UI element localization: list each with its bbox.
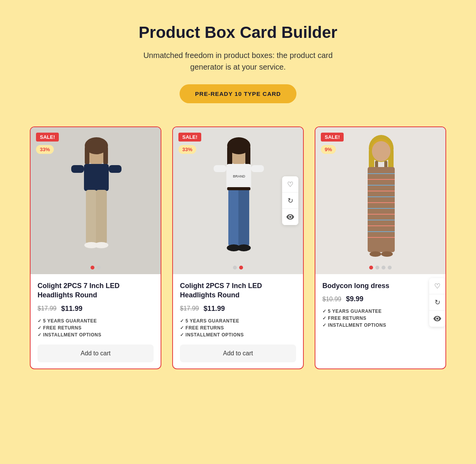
card-3-dots: [369, 266, 392, 270]
svg-rect-22: [238, 188, 249, 246]
svg-rect-19: [214, 165, 226, 172]
dot-inactive-2a[interactable]: [233, 266, 237, 270]
svg-rect-20: [251, 165, 264, 172]
svg-rect-16: [245, 146, 250, 167]
svg-rect-23: [227, 187, 250, 190]
wishlist-btn-2[interactable]: ♡: [282, 176, 298, 193]
page-title: Product Box Card Builder: [8, 23, 468, 42]
svg-rect-7: [109, 165, 122, 173]
product-card-2: SALE! 33% BRAND: [172, 126, 304, 369]
dot-active-2[interactable]: [239, 266, 243, 270]
svg-rect-33: [384, 161, 387, 168]
price-row-3: $10.99 $9.99: [322, 295, 438, 303]
dot-inactive[interactable]: [97, 266, 101, 270]
feature-3-3: INSTALLMENT OPTIONS: [322, 322, 438, 328]
cards-container: SALE! 33%: [0, 119, 476, 392]
dot-inactive-3b[interactable]: [382, 266, 385, 270]
feature-1-2: FREE RETURNS: [38, 325, 154, 331]
price-old-3: $10.99: [322, 296, 341, 303]
product-name-1: Colight 2PCS 7 Inch LED Headlights Round: [38, 281, 154, 300]
svg-rect-8: [86, 190, 97, 244]
dot-inactive-3c[interactable]: [388, 266, 392, 270]
card-2-side-actions: ♡ ↻: [282, 176, 298, 225]
product-card-1: SALE! 33%: [30, 126, 161, 369]
product-card-3: SALE! 9%: [315, 126, 446, 369]
svg-point-48: [381, 251, 393, 257]
svg-point-47: [370, 251, 381, 257]
features-2: 5 YEARS GUARANTEE FREE RETURNS INSTALLME…: [180, 318, 296, 338]
feature-2-3: INSTALLMENT OPTIONS: [180, 332, 296, 338]
svg-rect-5: [84, 164, 109, 191]
discount-badge-1: 33%: [36, 145, 54, 154]
price-old-2: $17.99: [180, 305, 199, 312]
feature-2-2: FREE RETURNS: [180, 325, 296, 331]
product-name-2: Colight 2PCS 7 Inch LED Headlights Round: [180, 281, 296, 300]
svg-rect-9: [96, 190, 107, 244]
price-row-2: $17.99 $11.99: [180, 305, 296, 313]
card-3-side-actions: ♡ ↻: [429, 278, 445, 327]
svg-text:BRAND: BRAND: [233, 174, 245, 178]
card-3-image-wrapper: SALE! 9%: [315, 127, 445, 274]
refresh-btn-3[interactable]: ↻: [429, 294, 445, 310]
dot-active-3[interactable]: [369, 266, 373, 270]
dot-active[interactable]: [91, 266, 94, 270]
price-new-3: $9.99: [346, 295, 363, 303]
svg-rect-21: [228, 188, 239, 246]
eye-btn-2[interactable]: [282, 209, 298, 225]
card-1-dots: [91, 266, 101, 270]
card-2-body: Colight 2PCS 7 Inch LED Headlights Round…: [173, 274, 303, 368]
dot-inactive-3a[interactable]: [375, 266, 379, 270]
price-new-1: $11.99: [61, 305, 82, 313]
eye-icon-2: [286, 214, 294, 220]
add-to-cart-2[interactable]: Add to cart: [180, 345, 296, 362]
card-1-image-wrapper: SALE! 33%: [31, 127, 161, 274]
card-2-image-wrapper: SALE! 33% BRAND: [173, 127, 303, 274]
feature-3-1: 5 YEARS GUARANTEE: [322, 309, 438, 314]
page-subtitle: Unmatched freedom in product boxes: the …: [141, 49, 335, 73]
feature-2-1: 5 YEARS GUARANTEE: [180, 318, 296, 324]
wishlist-btn-3[interactable]: ♡: [429, 278, 445, 294]
price-old-1: $17.99: [38, 305, 57, 312]
price-new-2: $11.99: [204, 305, 225, 313]
features-1: 5 YEARS GUARANTEE FREE RETURNS INSTALLME…: [38, 318, 154, 338]
feature-3-2: FREE RETURNS: [322, 316, 438, 321]
pre-ready-button[interactable]: PRE-READY 10 TYPE CARD: [180, 84, 296, 103]
svg-point-25: [237, 244, 251, 251]
svg-rect-15: [227, 146, 232, 167]
product-name-3: Bodycon long dress: [322, 281, 438, 290]
eye-btn-3[interactable]: [429, 310, 445, 327]
sale-badge-3: SALE!: [321, 133, 344, 142]
eye-icon-3: [433, 316, 441, 321]
svg-rect-4: [103, 146, 108, 165]
svg-rect-32: [375, 161, 378, 168]
discount-badge-3: 9%: [321, 145, 336, 154]
svg-rect-3: [85, 146, 89, 165]
sale-badge-2: SALE!: [178, 133, 201, 142]
refresh-btn-2[interactable]: ↻: [282, 193, 298, 209]
sale-badge-1: SALE!: [36, 133, 59, 142]
page-header: Product Box Card Builder Unmatched freed…: [0, 0, 476, 119]
svg-point-11: [94, 242, 108, 248]
add-to-cart-1[interactable]: Add to cart: [38, 345, 154, 362]
card-2-dots: [233, 266, 243, 270]
feature-1-3: INSTALLMENT OPTIONS: [38, 332, 154, 338]
svg-rect-6: [71, 165, 84, 173]
discount-badge-2: 33%: [178, 145, 196, 154]
svg-point-31: [372, 141, 390, 161]
feature-1-1: 5 YEARS GUARANTEE: [38, 318, 154, 324]
card-1-body: Colight 2PCS 7 Inch LED Headlights Round…: [31, 274, 161, 368]
card-3-body: Bodycon long dress $10.99 $9.99 5 YEARS …: [315, 274, 445, 341]
price-row-1: $17.99 $11.99: [38, 305, 154, 313]
features-3: 5 YEARS GUARANTEE FREE RETURNS INSTALLME…: [322, 309, 438, 328]
